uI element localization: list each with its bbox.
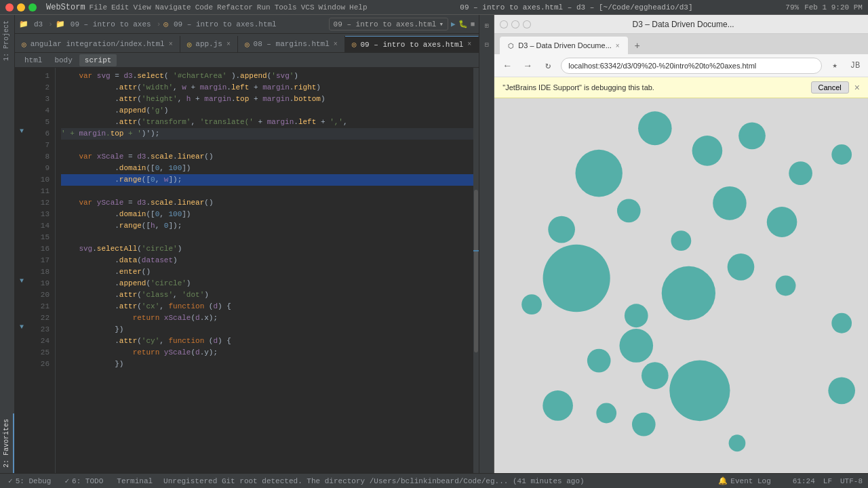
- menu-code[interactable]: Code: [195, 3, 213, 12]
- gutter-item: [16, 206, 27, 218]
- d3-chart: [494, 98, 868, 473]
- code-line-7: [61, 140, 473, 151]
- chart-circle: [713, 186, 747, 220]
- sidebar-item-favorites[interactable]: 2: Favorites: [0, 413, 14, 473]
- stop-button[interactable]: ■: [471, 20, 475, 28]
- menu-navigate[interactable]: Navigate: [155, 3, 191, 12]
- run-chevron[interactable]: ▾: [439, 20, 443, 28]
- file-tab-2-close[interactable]: ×: [334, 41, 338, 48]
- debug-tab-icon: ✓: [8, 476, 13, 485]
- chart-circle: [728, 253, 755, 281]
- code-line-22: return xScale(d.x);: [61, 312, 473, 324]
- terminal-tab[interactable]: Terminal: [114, 476, 155, 487]
- file-tab-0-close[interactable]: ×: [169, 41, 173, 48]
- scrollbar-track[interactable]: [473, 68, 479, 473]
- code-line-5: .attr('transform', 'translate(' + margin…: [61, 117, 473, 128]
- address-input[interactable]: [561, 58, 822, 74]
- traffic-lights: [5, 3, 37, 12]
- code-line-12: var yScale = d3.scale.linear(): [61, 197, 473, 209]
- gutter-item: [16, 218, 27, 229]
- code-type-tab-script[interactable]: script: [79, 54, 117, 66]
- file-tab-2[interactable]: ◎ 08 – margins.html ×: [238, 36, 345, 52]
- browser-tab-close[interactable]: ×: [616, 42, 620, 49]
- breadcrumb-file[interactable]: 09 – intro to axes.html: [171, 19, 279, 30]
- menu-view[interactable]: View: [133, 3, 151, 12]
- breadcrumb-sep1: ›: [48, 20, 53, 28]
- gutter-item: [16, 241, 27, 252]
- jetbrains-button[interactable]: JB: [848, 58, 863, 73]
- browser-max-button[interactable]: [511, 20, 519, 28]
- chart-circle: [587, 349, 611, 373]
- gutter-item: [16, 68, 27, 79]
- menu-tools[interactable]: Tools: [275, 3, 297, 12]
- browser-min-button[interactable]: [500, 20, 508, 28]
- debug-tab[interactable]: ✓ 5: Debug: [5, 475, 54, 487]
- code-line-9: .domain([0, 100]): [61, 163, 473, 174]
- cursor-position: 61:24: [793, 477, 815, 485]
- menu-refactor[interactable]: Refactor: [217, 3, 253, 12]
- menu-edit[interactable]: Edit: [111, 3, 129, 12]
- event-log-icon: 🔔: [718, 476, 728, 485]
- gutter-item: [16, 114, 27, 125]
- minimize-button[interactable]: [17, 3, 25, 12]
- gutter-item: [16, 333, 27, 344]
- back-button[interactable]: ←: [500, 58, 515, 73]
- breadcrumb-bar: 📁 d3 › 📁 09 – intro to axes › ◎ 09 – int…: [15, 15, 479, 34]
- code-editor[interactable]: ▼ ▼ ▼ 123: [15, 68, 479, 473]
- code-line-4: .append('g'): [61, 105, 473, 117]
- sidebar-item-project[interactable]: 1: Project: [0, 15, 14, 66]
- forward-button[interactable]: →: [520, 58, 535, 73]
- code-line-14: .range([h, 0]);: [61, 220, 473, 232]
- datetime: Feb 1 9:20 PM: [804, 3, 863, 12]
- menu-vcs[interactable]: VCS: [301, 3, 315, 12]
- run-button[interactable]: ▶: [451, 20, 456, 28]
- scrollbar-thumb[interactable]: [474, 190, 478, 352]
- code-type-tab-body[interactable]: body: [49, 54, 77, 66]
- file-tab-0[interactable]: ◎ angular integration/index.html ×: [15, 36, 180, 52]
- right-sidebar: ⊞ ⊟: [479, 15, 494, 473]
- file-tab-3[interactable]: ◎ 09 – intro to axes.html ×: [345, 36, 479, 52]
- breadcrumb-folder[interactable]: 09 – intro to axes: [68, 19, 154, 30]
- debug-notice-text: "JetBrains IDE Support" is debugging thi…: [502, 83, 654, 92]
- chart-circle: [832, 144, 852, 165]
- reload-button[interactable]: ↻: [540, 58, 555, 73]
- file-tab-1-close[interactable]: ×: [226, 41, 231, 48]
- code-content[interactable]: var svg = d3.select( '#chartArea' ).appe…: [56, 68, 479, 473]
- title-bar: WebStorm File Edit View Navigate Code Re…: [0, 0, 868, 15]
- run-config-label: 09 – intro to axes.html: [334, 20, 437, 28]
- debug-close-button[interactable]: ×: [854, 81, 860, 94]
- browser-content: [494, 98, 868, 473]
- file-tab-0-label: angular integration/index.html: [31, 40, 165, 48]
- menu-help[interactable]: Help: [349, 3, 367, 12]
- new-tab-button[interactable]: +: [629, 38, 646, 54]
- file-tab-3-close[interactable]: ×: [467, 41, 471, 48]
- todo-tab[interactable]: ✓ 6: TODO: [62, 475, 106, 487]
- cancel-button[interactable]: Cancel: [811, 81, 849, 94]
- code-line-2: .attr('width', w + margin.left + margin.…: [61, 82, 473, 94]
- breadcrumb-d3[interactable]: d3: [31, 19, 45, 30]
- todo-tab-label: 6: TODO: [72, 477, 103, 485]
- todo-tab-icon: ✓: [64, 476, 69, 485]
- chart-circle: [617, 199, 641, 222]
- menu-run[interactable]: Run: [257, 3, 271, 12]
- file-tab-1[interactable]: ◎ app.js ×: [180, 36, 238, 52]
- debug-button[interactable]: 🐛: [458, 20, 468, 28]
- menu-window[interactable]: Window: [319, 3, 346, 12]
- right-sidebar-icon-1[interactable]: ⊞: [479, 18, 495, 34]
- browser-full-button[interactable]: [523, 20, 531, 28]
- menu-file[interactable]: File: [90, 3, 107, 12]
- code-type-tab-html[interactable]: html: [19, 54, 47, 66]
- line-ending: LF: [823, 477, 832, 485]
- gutter-item: [16, 310, 27, 321]
- debug-tab-label: 5: Debug: [16, 477, 52, 485]
- code-line-20: .attr('class', 'dot'): [61, 289, 473, 301]
- fullscreen-button[interactable]: [28, 3, 37, 12]
- right-sidebar-icon-2[interactable]: ⊟: [479, 37, 495, 53]
- browser-title-bar: D3 – Data Driven Docume...: [494, 15, 868, 34]
- file-tab-3-label: 09 – intro to axes.html: [360, 41, 463, 49]
- event-log-tab[interactable]: 🔔 Event Log: [715, 475, 773, 487]
- close-button[interactable]: [5, 3, 14, 12]
- bookmark-button[interactable]: ★: [827, 58, 842, 73]
- terminal-tab-label: Terminal: [117, 477, 153, 485]
- browser-tab-active[interactable]: ⬡ D3 – Data Driven Docume... ×: [500, 37, 627, 54]
